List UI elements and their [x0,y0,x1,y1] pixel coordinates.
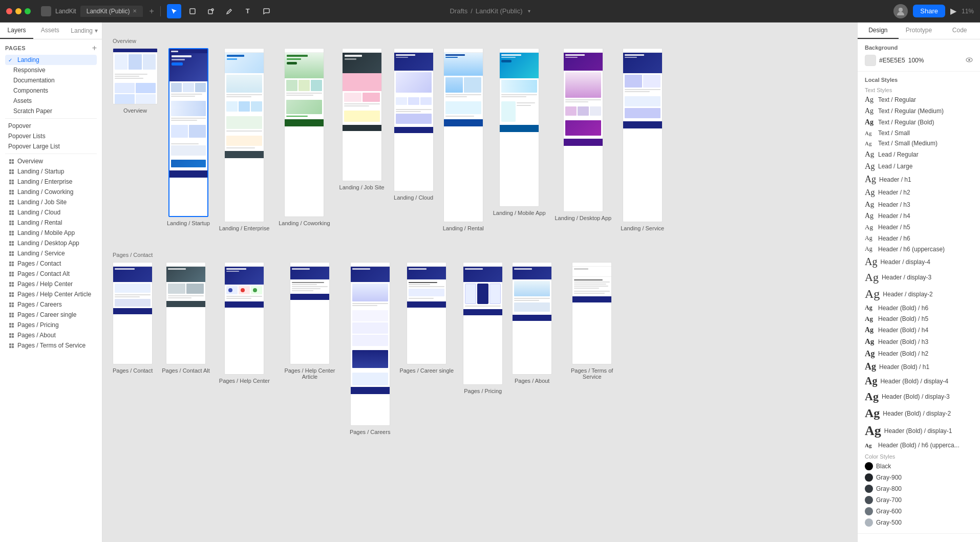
page-item-scratch-paper[interactable]: Scratch Paper [5,106,97,116]
page-item-pages-terms[interactable]: Pages / Terms of Service [5,340,97,351]
frame-tool-button[interactable] [185,4,200,18]
tab-layers[interactable]: Layers [0,23,33,39]
page-item-pages-careers[interactable]: Pages / Careers [5,299,97,310]
add-page-button[interactable]: + [92,44,97,53]
style-header-bold-h6-uppercase[interactable]: Ag Header (Bold) / h6 (upperca... [865,440,973,450]
color-style-gray900[interactable]: Gray-900 [865,472,973,483]
page-item-overview[interactable]: Overview [5,156,97,166]
color-style-black[interactable]: Black [865,461,973,472]
style-header-h4[interactable]: Ag Header / h4 [865,210,973,222]
frame-landing-startup[interactable]: Landing / Startup [167,48,210,226]
frame-landing-service[interactable]: Landing / Service [621,48,664,231]
style-lead-large[interactable]: Ag Lead / Large [865,160,973,172]
style-header-h5[interactable]: Ag Header / h5 [865,222,973,233]
style-lead-regular[interactable]: Ag Lead / Regular [865,148,973,160]
style-header-bold-display2[interactable]: Ag Header (Bold) / display-2 [865,405,973,422]
style-header-display2[interactable]: Ag Header / display-2 [865,286,973,302]
style-header-bold-display4[interactable]: Ag Header (Bold) / display-4 [865,374,973,388]
tab-assets[interactable]: Assets [33,23,67,39]
text-tool-button[interactable]: T [241,4,255,18]
style-header-bold-display1[interactable]: Ag Header (Bold) / display-1 [865,422,973,440]
page-selector[interactable]: Landing ▾ [67,23,102,39]
tab-prototype[interactable]: Prototype [899,23,940,39]
avatar[interactable] [893,4,908,18]
frame-pages-career-single[interactable]: Pages / Career single [399,262,454,374]
page-item-landing-cloud[interactable]: Landing / Cloud [5,207,97,218]
frame-landing-coworking[interactable]: Landing / Coworking [279,48,330,226]
breadcrumb-drafts[interactable]: Drafts [450,7,467,15]
style-header-display3[interactable]: Ag Header / display-3 [865,269,973,286]
style-header-h3[interactable]: Ag Header / h3 [865,199,973,210]
page-item-landing-rental[interactable]: Landing / Rental [5,218,97,228]
bg-color-swatch[interactable] [865,55,876,66]
style-header-bold-h5[interactable]: Ag Header (Bold) / h5 [865,313,973,324]
page-item-components[interactable]: Components [5,85,97,96]
page-item-landing-service[interactable]: Landing / Service [5,248,97,258]
frame-landing-rental[interactable]: Landing / Rental [443,48,484,231]
page-item-landing-coworking[interactable]: Landing / Coworking [5,187,97,197]
page-item-documentation[interactable]: Documentation [5,75,97,85]
visibility-toggle-icon[interactable] [966,57,973,64]
page-item-landing-enterprise[interactable]: Landing / Enterprise [5,177,97,187]
share-button[interactable]: Share [913,5,945,17]
style-header-bold-h4[interactable]: Ag Header (Bold) / h4 [865,324,973,336]
page-item-landing-jobsite[interactable]: Landing / Job Site [5,197,97,207]
tab-code[interactable]: Code [939,23,980,39]
frame-landing-jobsite[interactable]: Landing / Job Site [339,48,385,190]
frame-overview[interactable]: Overview [113,48,158,114]
page-item-pages-about[interactable]: Pages / About [5,330,97,340]
page-item-assets[interactable]: Assets [5,96,97,106]
style-text-regular[interactable]: Ag Text / Regular [865,94,973,105]
style-text-regular-medium[interactable]: Ag Text / Regular (Medium) [865,105,973,117]
color-style-gray800[interactable]: Gray-800 [865,483,973,494]
style-header-bold-h2[interactable]: Ag Header (Bold) / h2 [865,348,973,360]
color-style-gray600[interactable]: Gray-600 [865,506,973,517]
page-item-responsive[interactable]: Responsive [5,65,97,75]
frame-pages-careers[interactable]: Pages / Careers [350,262,390,435]
frame-pages-contact-alt[interactable]: Pages / Contact Alt [162,262,210,374]
frame-pages-help-article[interactable]: Pages / Help Center Article [279,262,340,380]
maximize-button[interactable] [25,8,31,14]
frame-pages-help-center[interactable]: Pages / Help Center [219,262,270,384]
comment-tool-button[interactable] [259,4,273,18]
style-text-regular-bold[interactable]: Ag Text / Regular (Bold) [865,117,973,128]
style-text-small-medium[interactable]: Ag Text / Small (Medium) [865,138,973,148]
minimize-button[interactable] [15,8,22,14]
color-style-gray500[interactable]: Gray-500 [865,517,973,528]
play-button[interactable]: ▶ [950,6,956,16]
page-item-pages-help-center[interactable]: Pages / Help Center [5,279,97,289]
style-text-small[interactable]: Ag Text / Small [865,128,973,138]
page-item-landing-mobile[interactable]: Landing / Mobile App [5,228,97,238]
breadcrumb-dropdown-icon[interactable]: ▾ [528,8,530,14]
page-item-popover-lists[interactable]: Popover Lists [5,131,97,141]
page-item-pages-contact[interactable]: Pages / Contact [5,258,97,269]
style-header-bold-h1[interactable]: Ag Header (Bold) / h1 [865,360,973,374]
style-header-h6-uppercase[interactable]: Ag Header / h6 (uppercase) [865,244,973,254]
style-header-h1[interactable]: Ag Header / h1 [865,172,973,186]
frame-landing-enterprise[interactable]: Landing / Enterprise [219,48,269,231]
canvas[interactable]: Overview [102,23,857,542]
frame-landing-cloud[interactable]: Landing / Cloud [394,48,434,201]
frame-pages-pricing[interactable]: Pages / Pricing [463,262,503,394]
page-item-landing-startup[interactable]: Landing / Startup [5,166,97,177]
style-header-bold-h6[interactable]: Ag Header (Bold) / h6 [865,302,973,313]
page-item-pages-help-article[interactable]: Pages / Help Center Article [5,289,97,299]
pen-tool-button[interactable] [222,4,237,18]
add-tab-button[interactable]: + [149,7,154,16]
style-header-display4[interactable]: Ag Header / display-4 [865,254,973,269]
color-style-gray700[interactable]: Gray-700 [865,494,973,506]
main-tab[interactable]: LandKit (Public) ✕ [80,6,143,17]
style-header-bold-display3[interactable]: Ag Header (Bold) / display-3 [865,388,973,405]
frame-pages-contact[interactable]: Pages / Contact [113,262,153,374]
frame-pages-terms[interactable]: Pages / Terms of Service [561,262,623,380]
frame-landing-mobile[interactable]: Landing / Mobile App [493,48,546,216]
page-item-pages-career-single[interactable]: Pages / Career single [5,310,97,320]
frame-pages-about[interactable]: Pages / About [512,262,552,384]
style-header-h6[interactable]: Ag Header / h6 [865,233,973,244]
page-item-pages-pricing[interactable]: Pages / Pricing [5,320,97,330]
close-button[interactable] [6,8,12,14]
move-tool-button[interactable] [167,4,181,18]
page-item-popover[interactable]: Popover [5,121,97,131]
page-item-popover-large-list[interactable]: Popover Large List [5,141,97,151]
shape-tool-button[interactable] [204,4,218,18]
